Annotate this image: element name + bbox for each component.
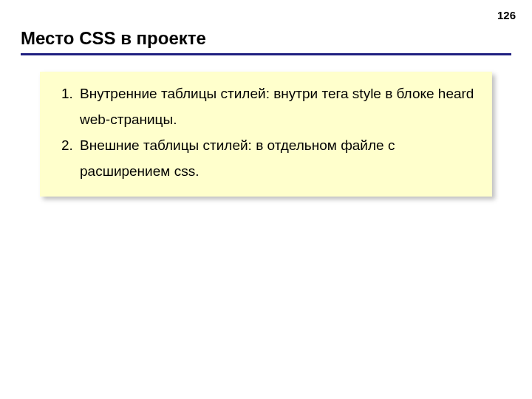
list-item: Внутренние таблицы стилей: внутри тега s… <box>77 81 480 132</box>
slide: 126 Место CSS в проекте Внутренние табли… <box>0 0 532 399</box>
title-rule <box>21 53 511 55</box>
slide-title: Место CSS в проекте <box>21 28 511 49</box>
content-list: Внутренние таблицы стилей: внутри тега s… <box>50 81 480 185</box>
content-box: Внутренние таблицы стилей: внутри тега s… <box>40 72 492 197</box>
list-item: Внешние таблицы стилей: в отдельном файл… <box>77 132 480 184</box>
page-number: 126 <box>497 9 516 21</box>
